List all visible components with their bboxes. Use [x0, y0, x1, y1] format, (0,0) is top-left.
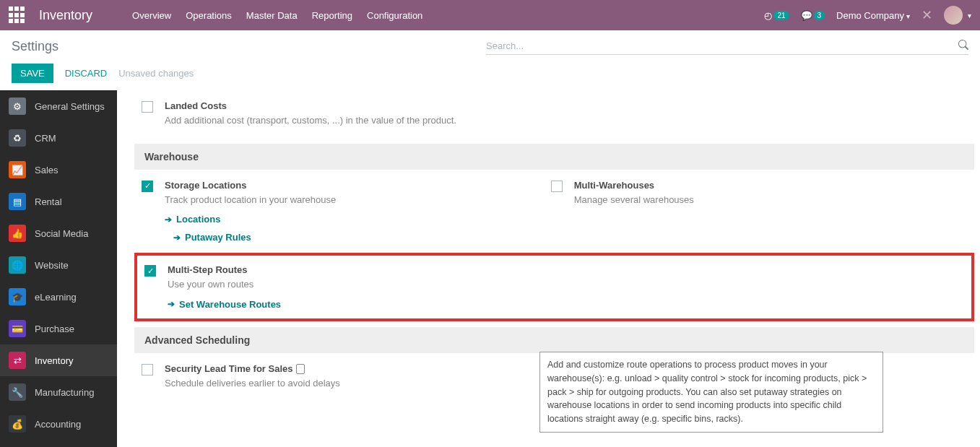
sidebar-item-label: Inventory [35, 355, 73, 366]
chevron-down-icon: ▾ [906, 12, 910, 20]
sidebar-item-label: Accounting [35, 419, 81, 430]
sidebar-item-rental[interactable]: ▤Rental [0, 186, 117, 217]
checkbox-security-lead-sales[interactable] [142, 364, 153, 376]
sidebar-icon: ▤ [9, 193, 26, 210]
checkbox-landed-costs[interactable] [142, 101, 153, 113]
settings-content: Landed Costs Add additional cost (transp… [117, 90, 980, 447]
sidebar-item-payroll[interactable]: ▦Payroll [0, 440, 117, 447]
sidebar-icon: 👍 [9, 225, 26, 242]
sidebar-icon: 🎓 [9, 288, 26, 305]
link-locations[interactable]: ➔Locations [165, 214, 538, 225]
sidebar-item-inventory[interactable]: ⇄Inventory [0, 344, 117, 376]
sidebar-icon: 📈 [9, 161, 26, 178]
sidebar-item-label: Rental [35, 196, 62, 207]
sidebar-item-label: Purchase [35, 324, 74, 334]
sidebar-icon: 🌐 [9, 256, 26, 274]
nav-configuration[interactable]: Configuration [367, 10, 422, 21]
save-button[interactable]: SAVE [12, 64, 53, 83]
sidebar-item-label: General Settings [35, 101, 105, 112]
avatar [944, 6, 963, 25]
setting-title: Landed Costs [165, 100, 538, 111]
unsaved-label: Unsaved changes [118, 68, 194, 79]
sidebar-item-sales[interactable]: 📈Sales [0, 154, 117, 186]
nav-overview[interactable]: Overview [132, 10, 171, 21]
close-icon[interactable]: ✕ [922, 7, 932, 23]
link-putaway-rules[interactable]: ➔Putaway Rules [173, 232, 538, 243]
nav-master-data[interactable]: Master Data [246, 10, 298, 21]
actions-bar: SAVE DISCARD Unsaved changes [0, 61, 980, 90]
sidebar-item-purchase[interactable]: 💳Purchase [0, 313, 117, 344]
discard-button[interactable]: DISCARD [65, 68, 108, 79]
chat-icon: 💬 [801, 10, 812, 21]
search-input[interactable] [486, 38, 958, 54]
app-title: Inventory [39, 8, 92, 23]
sidebar-item-label: Sales [35, 165, 58, 175]
setting-desc: Track product location in your warehouse [165, 193, 538, 207]
sidebar-item-general-settings[interactable]: ⚙General Settings [0, 90, 117, 122]
sidebar-item-label: Manufacturing [35, 387, 94, 398]
arrow-right-icon: ➔ [165, 214, 172, 225]
sidebar-item-manufacturing[interactable]: 🔧Manufacturing [0, 376, 117, 408]
sidebar-icon: 💰 [9, 415, 26, 433]
setting-title: Multi-Warehouses [574, 180, 948, 191]
sidebar-item-label: Social Media [35, 228, 88, 239]
user-menu[interactable]: ▾ [944, 6, 971, 25]
sidebar-icon: ⚙ [9, 97, 26, 115]
nav-operations[interactable]: Operations [186, 10, 232, 21]
search-icon[interactable] [958, 40, 968, 52]
checkbox-multi-step-routes[interactable] [144, 265, 156, 277]
chevron-down-icon: ▾ [968, 12, 971, 19]
doc-icon[interactable] [296, 364, 305, 374]
clock-icon: ◴ [764, 10, 772, 21]
setting-title: Security Lead Time for Sales [165, 363, 538, 375]
section-warehouse: Warehouse [134, 144, 974, 170]
control-bar: Settings [0, 30, 980, 61]
sidebar-item-elearning[interactable]: 🎓eLearning [0, 281, 117, 313]
arrow-right-icon: ➔ [173, 233, 181, 243]
activity-count: 21 [773, 11, 789, 20]
sidebar-item-label: eLearning [35, 292, 77, 303]
setting-title: Multi-Step Routes [168, 264, 964, 275]
sidebar-icon: ♻ [9, 129, 26, 147]
apps-icon[interactable] [9, 6, 26, 24]
activity-button[interactable]: ◴ 21 [764, 10, 789, 21]
message-count: 3 [814, 11, 825, 20]
topnav-menu: Overview Operations Master Data Reportin… [132, 10, 422, 21]
setting-desc: Use your own routes [168, 277, 964, 292]
search-wrap [486, 38, 968, 55]
top-navbar: Inventory Overview Operations Master Dat… [0, 0, 980, 30]
checkbox-multi-warehouses[interactable] [551, 181, 563, 192]
sidebar-item-crm[interactable]: ♻CRM [0, 122, 117, 154]
section-advanced-scheduling: Advanced Scheduling [134, 327, 974, 353]
page-title: Settings [12, 39, 58, 54]
sidebar-item-accounting[interactable]: 💰Accounting [0, 408, 117, 440]
sidebar-item-label: CRM [35, 133, 56, 144]
sidebar-item-social-media[interactable]: 👍Social Media [0, 217, 117, 249]
setting-desc: Manage several warehouses [574, 193, 948, 207]
link-set-warehouse-routes[interactable]: ➔Set Warehouse Routes [168, 299, 964, 310]
settings-sidebar: ⚙General Settings♻CRM📈Sales▤Rental👍Socia… [0, 90, 117, 447]
sidebar-icon: 💳 [9, 320, 26, 337]
messages-button[interactable]: 💬 3 [801, 10, 825, 21]
arrow-right-icon: ➔ [168, 299, 175, 309]
tooltip: Add and customize route operations to pr… [539, 352, 883, 433]
highlighted-multistep: Multi-Step Routes Use your own routes ➔S… [134, 253, 974, 321]
sidebar-icon: 🔧 [9, 383, 26, 401]
setting-title: Storage Locations [165, 180, 538, 191]
sidebar-item-website[interactable]: 🌐Website [0, 249, 117, 281]
sidebar-icon: ⇄ [9, 352, 26, 369]
nav-reporting[interactable]: Reporting [312, 10, 352, 21]
sidebar-item-label: Website [35, 260, 69, 271]
company-selector[interactable]: Demo Company▾ [836, 10, 910, 21]
checkbox-storage-locations[interactable] [142, 181, 153, 192]
setting-desc: Add additional cost (transport, customs,… [165, 113, 538, 128]
setting-desc: Schedule deliveries earlier to avoid del… [165, 376, 538, 391]
